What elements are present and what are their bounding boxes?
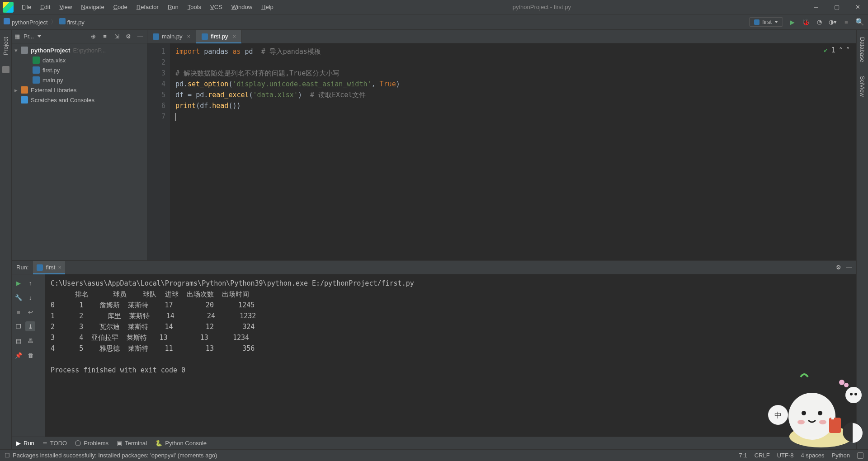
folder-icon [21,47,28,54]
run-button[interactable]: ▶ [788,18,797,27]
collapse-all-icon[interactable]: ⇲ [113,33,121,40]
maximize-button[interactable]: ▢ [826,0,847,14]
todo-tool-button[interactable]: ≣TODO [42,440,67,447]
editor-tabs: main.py×first.py× [147,30,856,43]
print-button[interactable]: 🖶 [25,336,35,346]
breadcrumb-root-label: pythonProject [12,19,48,26]
project-view-label[interactable]: Pr... [24,33,34,40]
chevron-up-icon[interactable]: ˄ [839,46,843,54]
tree-root-path: E:\pythonP... [73,47,106,54]
problems-tool-button[interactable]: ⓘProblems [75,439,108,447]
python-file-icon [33,76,40,84]
menu-tools[interactable]: Tools [183,4,206,10]
breadcrumb-file-label: first.py [67,19,85,26]
project-panel-header: ▦ Pr... ⊕ ≡ ⇲ ⚙ — [12,30,147,43]
menu-run[interactable]: Run [163,4,183,10]
run-config-selector[interactable]: first [749,17,783,27]
tree-file[interactable]: data.xlsx [12,55,147,65]
run-config-label: first [762,19,772,25]
indent-setting[interactable]: 4 spaces [801,452,824,459]
status-message[interactable]: ☐ Packages installed successfully: Insta… [5,452,217,459]
hide-panel-icon[interactable]: — [846,264,852,271]
console-output[interactable]: C:\Users\asus\AppData\Local\Programs\Pyt… [45,274,856,437]
layout-button[interactable]: ▤ [14,336,24,346]
expand-all-icon[interactable]: ≡ [101,33,109,40]
stop-button[interactable]: ■ [14,307,24,317]
breadcrumb-file[interactable]: first.py [59,18,85,26]
caret-position[interactable]: 7:1 [739,452,747,459]
chevron-down-icon[interactable] [38,35,41,38]
project-panel: ▦ Pr... ⊕ ≡ ⇲ ⚙ — ▾ pythonProject E:\pyt [12,30,147,260]
menu-file[interactable]: File [17,4,36,10]
project-tool-tab[interactable]: Project [2,34,9,58]
pin-button[interactable]: 📌 [14,350,24,360]
down-stack-button[interactable]: ↓ [25,292,35,302]
menu-refactor[interactable]: Refactor [132,4,163,10]
menu-bar: FileEditViewNavigateCodeRefactorRunTools… [17,0,278,14]
chevron-down-icon[interactable]: ▾ [14,47,21,54]
scroll-to-end-button[interactable]: ⤓ [25,321,35,331]
close-icon[interactable]: × [187,33,191,40]
soft-wrap-button[interactable]: ↩ [25,307,35,317]
menu-navigate[interactable]: Navigate [76,4,108,10]
terminal-tool-button[interactable]: ▣Terminal [117,440,147,447]
editor-body[interactable]: 1234567 import pandas as pd # 导入pandas模板… [147,43,856,260]
settings-gear-icon[interactable]: ⚙ [836,264,841,271]
editor-tab[interactable]: first.py× [196,30,242,43]
tree-file[interactable]: main.py [12,75,147,85]
close-icon[interactable]: × [58,264,61,271]
run-tool-window: Run: first × ⚙ — ▶ 🔧 ■ ❐ ▤ [12,260,856,437]
menu-code[interactable]: Code [109,4,132,10]
excel-file-icon [33,56,40,64]
run-tool-button[interactable]: ▶Run [16,440,34,447]
debug-button[interactable]: 🐞 [801,18,810,27]
profile-button[interactable]: ◑▾ [828,18,837,27]
python-console-tool-button[interactable]: 🐍Python Console [155,440,207,447]
editor-inspections[interactable]: ✔ 1 ˄ ˅ [824,46,850,54]
line-separator[interactable]: CRLF [755,452,770,459]
code-area[interactable]: import pandas as pd # 导入pandas模板 # 解决数据随… [170,43,400,260]
menu-window[interactable]: Window [227,4,257,10]
close-button[interactable]: ✕ [847,0,868,14]
run-tab[interactable]: first × [33,261,65,274]
app-logo-icon [3,2,14,13]
menu-edit[interactable]: Edit [36,4,55,10]
chevron-down-icon[interactable]: ˅ [846,46,850,54]
play-icon: ▶ [16,440,21,447]
python-file-icon [59,18,66,24]
python-icon: 🐍 [155,440,162,447]
menu-view[interactable]: View [55,4,76,10]
interpreter-label[interactable]: Python [832,452,850,459]
python-file-icon [202,33,208,40]
menu-vcs[interactable]: VCS [206,4,227,10]
clear-all-button[interactable]: 🗑 [25,350,35,360]
bookmarks-icon[interactable] [2,66,9,73]
lock-icon[interactable] [857,452,863,459]
search-everywhere-button[interactable]: 🔍 [855,18,864,27]
minimize-button[interactable]: ─ [806,0,826,14]
hide-panel-icon[interactable]: — [136,33,144,40]
right-tool-rail: Database SciView [856,30,868,449]
coverage-button[interactable]: ◔ [815,18,824,27]
database-tool-tab[interactable]: Database [859,34,866,65]
chevron-right-icon[interactable]: ▸ [14,87,21,94]
tree-external-libraries[interactable]: ▸ External Libraries [12,85,147,95]
edit-config-button[interactable]: 🔧 [14,292,24,302]
select-opened-file-icon[interactable]: ⊕ [89,33,97,40]
stop-button[interactable]: ■ [842,18,851,27]
menu-help[interactable]: Help [257,4,278,10]
tree-root[interactable]: ▾ pythonProject E:\pythonP... [12,45,147,55]
tree-scratches[interactable]: Scratches and Consoles [12,95,147,105]
tree-file[interactable]: first.py [12,65,147,75]
breadcrumb-root[interactable]: pythonProject [4,18,48,26]
sciview-tool-tab[interactable]: SciView [859,73,866,99]
editor-tab[interactable]: main.py× [147,30,196,43]
info-icon: ☐ [5,452,10,459]
rerun-button[interactable]: ▶ [14,278,24,288]
dump-threads-button[interactable]: ❐ [14,321,24,331]
up-stack-button[interactable]: ↑ [25,278,35,288]
settings-gear-icon[interactable]: ⚙ [124,33,132,40]
close-icon[interactable]: × [232,33,236,40]
file-encoding[interactable]: UTF-8 [777,452,794,459]
python-file-icon [37,264,43,271]
